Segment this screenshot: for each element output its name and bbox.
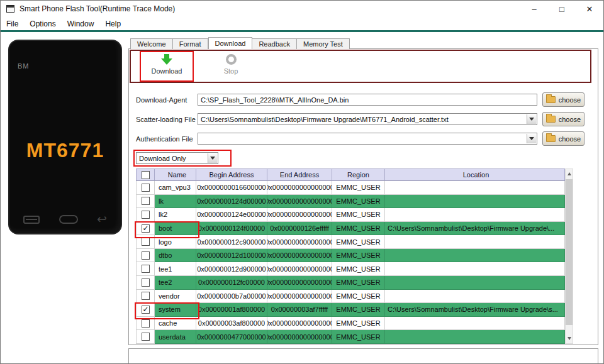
row-checkbox[interactable] xyxy=(142,333,150,341)
tab-format[interactable]: Format xyxy=(173,38,208,49)
row-checkbox[interactable] xyxy=(142,238,150,246)
cell-begin-address: 0x000000012c900000 xyxy=(196,235,267,249)
cell-end-address: 0x0000000000000000 xyxy=(267,235,332,249)
header-location[interactable]: Location xyxy=(385,168,565,181)
cell-checkbox xyxy=(136,290,155,304)
select-all-checkbox[interactable] xyxy=(142,171,150,179)
menu-file[interactable]: File xyxy=(1,17,24,30)
menu-window[interactable]: Window xyxy=(62,17,100,30)
cell-location xyxy=(385,330,565,344)
auth-file-combobox[interactable] xyxy=(198,133,537,145)
table-row[interactable]: system 0x00000001af800000 0x00000003af7f… xyxy=(136,303,565,317)
tab-strip: Welcome Format Download Readback Memory … xyxy=(130,38,350,49)
app-icon xyxy=(6,5,14,13)
cell-location: C:\Users\Somnambulist\Desktop\Firmware U… xyxy=(385,303,565,317)
cell-end-address: 0x00000003af7fffff xyxy=(267,303,332,317)
toolbar xyxy=(130,50,591,83)
cell-name: tee2 xyxy=(155,276,196,290)
row-checkbox[interactable] xyxy=(142,211,150,219)
download-agent-choose-button[interactable]: choose xyxy=(542,92,584,107)
header-name[interactable]: Name xyxy=(155,168,196,181)
window-controls: – □ ✕ xyxy=(520,1,603,17)
auth-file-choose-button[interactable]: choose xyxy=(542,131,584,146)
table-row[interactable]: tee1 0x000000012d900000 0x00000000000000… xyxy=(136,262,565,276)
row-checkbox[interactable] xyxy=(142,292,150,300)
cell-begin-address: 0x0000000124d00000 xyxy=(196,195,267,209)
cell-region: EMMC_USER xyxy=(332,290,385,304)
header-begin-address[interactable]: Begin Address xyxy=(196,168,267,181)
cell-location xyxy=(385,262,565,276)
download-agent-label: Download-Agent xyxy=(136,96,187,104)
cell-checkbox xyxy=(136,330,155,344)
cell-location xyxy=(385,290,565,304)
table-row[interactable]: boot 0x0000000124f00000 0x0000000126efff… xyxy=(136,222,565,236)
scatter-file-choose-button[interactable]: choose xyxy=(542,112,584,126)
tab-download[interactable]: Download xyxy=(208,37,253,49)
download-agent-input[interactable] xyxy=(198,94,537,106)
cell-location: C:\Users\Somnambulist\Desktop\Firmware U… xyxy=(385,222,565,236)
table-row[interactable]: cam_vpu3 0x0000000016600000 0x0000000000… xyxy=(136,181,565,195)
row-checkbox[interactable] xyxy=(142,319,150,328)
cell-name: logo xyxy=(155,235,196,249)
cell-name: lk xyxy=(155,195,196,209)
cell-name: cache xyxy=(155,317,196,331)
cell-name: lk2 xyxy=(155,208,196,222)
scrollbar-thumb[interactable] xyxy=(566,179,573,325)
table-row[interactable]: logo 0x000000012c900000 0x00000000000000… xyxy=(136,235,565,249)
cell-name: tee1 xyxy=(155,262,196,276)
cell-checkbox xyxy=(136,195,155,209)
status-strip xyxy=(128,348,598,364)
row-checkbox[interactable] xyxy=(142,184,150,192)
tab-memory-test[interactable]: Memory Test xyxy=(297,38,350,49)
cell-begin-address: 0x0000000477000000 xyxy=(196,330,267,344)
chevron-down-icon[interactable] xyxy=(527,134,536,143)
tab-readback[interactable]: Readback xyxy=(252,38,297,49)
scatter-file-combobox[interactable]: C:\Users\Somnambulist\Desktop\Firmware U… xyxy=(198,113,537,125)
cell-location xyxy=(385,208,565,222)
stop-button[interactable]: Stop xyxy=(211,54,251,75)
stop-button-label: Stop xyxy=(211,67,251,75)
menu-help[interactable]: Help xyxy=(99,17,126,30)
table-row[interactable]: lk 0x0000000124d00000 0x0000000000000000… xyxy=(136,195,565,209)
cell-end-address: 0x0000000000000000 xyxy=(267,195,332,209)
table-row[interactable]: lk2 0x0000000124e00000 0x000000000000000… xyxy=(136,208,565,222)
cell-checkbox xyxy=(136,249,155,263)
cell-name: cam_vpu3 xyxy=(155,181,196,195)
row-checkbox[interactable] xyxy=(142,279,150,287)
row-checkbox[interactable] xyxy=(142,197,150,205)
close-button[interactable]: ✕ xyxy=(576,1,603,17)
row-checkbox[interactable] xyxy=(142,251,150,260)
minimize-button[interactable]: – xyxy=(520,1,548,17)
auth-file-label: Authentication File xyxy=(136,135,193,143)
table-row[interactable]: tee2 0x000000012fc00000 0x00000000000000… xyxy=(136,276,565,290)
row-checkbox[interactable] xyxy=(142,306,150,314)
cell-checkbox xyxy=(136,262,155,276)
scroll-down-icon[interactable] xyxy=(566,334,573,343)
cell-location xyxy=(385,195,565,209)
cell-end-address: 0x0000000000000000 xyxy=(267,276,332,290)
scroll-up-icon[interactable] xyxy=(566,169,573,179)
cell-end-address: 0x0000000000000000 xyxy=(267,330,332,344)
folder-icon xyxy=(546,135,556,142)
cell-name: vendor xyxy=(155,290,196,304)
title-bar: Smart Phone Flash Tool(Runtime Trace Mod… xyxy=(1,1,604,17)
scatter-file-value: C:\Users\Somnambulist\Desktop\Firmware U… xyxy=(201,116,459,123)
header-end-address[interactable]: End Address xyxy=(267,168,332,181)
header-region[interactable]: Region xyxy=(332,168,385,181)
menu-options[interactable]: Options xyxy=(24,17,61,30)
menu-divider xyxy=(1,30,604,32)
row-checkbox[interactable] xyxy=(142,265,150,273)
tab-welcome[interactable]: Welcome xyxy=(130,38,173,49)
maximize-button[interactable]: □ xyxy=(548,1,576,17)
cell-region: EMMC_USER xyxy=(332,222,385,236)
chevron-down-icon[interactable] xyxy=(527,114,536,124)
table-scrollbar[interactable] xyxy=(565,168,573,344)
table-row[interactable]: cache 0x00000003af800000 0x0000000000000… xyxy=(136,317,565,331)
table-row[interactable]: dtbo 0x000000012d100000 0x00000000000000… xyxy=(136,249,565,263)
cell-end-address: 0x0000000000000000 xyxy=(267,249,332,263)
row-checkbox[interactable] xyxy=(142,224,150,233)
choose-button-label: choose xyxy=(559,116,581,123)
cell-location xyxy=(385,235,565,249)
table-row[interactable]: userdata 0x0000000477000000 0x0000000000… xyxy=(136,330,565,344)
table-row[interactable]: vendor 0x00000000b7a00000 0x000000000000… xyxy=(136,290,565,304)
